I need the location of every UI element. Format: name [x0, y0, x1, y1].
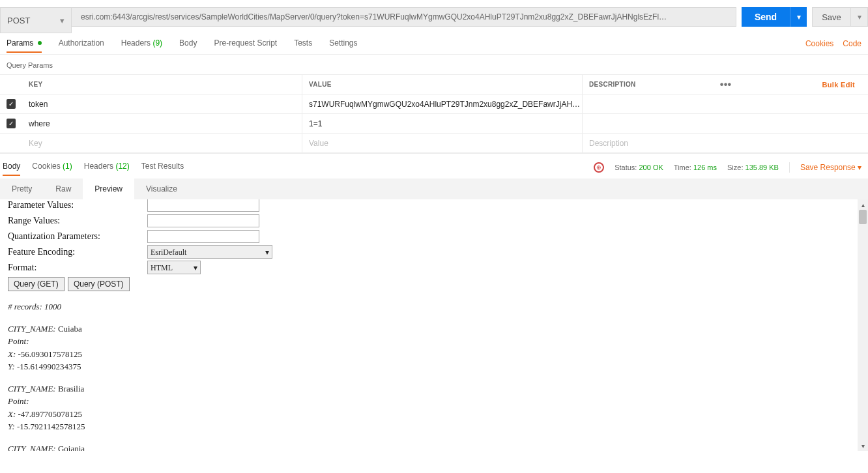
tab-authorization[interactable]: Authorization — [59, 35, 104, 53]
scrollbar[interactable]: ▴ ▾ — [858, 199, 868, 451]
save-dropdown[interactable]: ▾ — [851, 7, 868, 27]
send-dropdown[interactable]: ▾ — [790, 7, 807, 27]
view-pretty[interactable]: Pretty — [0, 179, 44, 199]
query-params-table: KEY VALUE DESCRIPTION ••• Bulk Edit ✓ to… — [0, 74, 868, 154]
result-record: CITY_NAME: Brasilia Point: X: -47.897705… — [8, 382, 850, 433]
param-value-cell[interactable]: s71WURFuqlwMYgmwGQU2xo4AHluPT29TJnm2xu8g… — [302, 94, 583, 113]
input-quantization[interactable] — [147, 230, 259, 243]
chevron-down-icon: ▾ — [797, 12, 801, 22]
view-preview[interactable]: Preview — [83, 179, 134, 199]
status-value: 200 OK — [639, 164, 663, 171]
result-record: CITY_NAME: Cuiaba Point: X: -56.09301757… — [8, 322, 850, 373]
send-button[interactable]: Send — [742, 7, 790, 27]
tab-params[interactable]: Params — [7, 35, 42, 53]
input-parameter-values[interactable] — [147, 199, 259, 212]
more-icon[interactable]: ••• — [716, 79, 736, 91]
params-dirty-dot — [38, 41, 42, 45]
chevron-down-icon: ▾ — [194, 262, 197, 274]
records-count: # records: 1000 — [8, 300, 850, 313]
cookies-link[interactable]: Cookies — [805, 39, 833, 48]
col-key: KEY — [22, 75, 302, 94]
resp-tab-body[interactable]: Body — [3, 159, 20, 176]
bulk-edit-link[interactable]: Bulk Edit — [816, 81, 861, 89]
param-desc-input[interactable]: Description — [583, 134, 868, 152]
tab-prerequest[interactable]: Pre-request Script — [214, 35, 277, 53]
chevron-down-icon: ▾ — [60, 16, 65, 25]
scroll-up-icon[interactable]: ▴ — [858, 199, 868, 210]
label-range-values: Range Values: — [8, 214, 147, 227]
url-input[interactable]: esri.com:6443/arcgis/rest/services/Sampl… — [72, 7, 736, 27]
select-feature-encoding[interactable]: EsriDefault▾ — [147, 245, 272, 259]
response-preview: Parameter Values: Range Values: Quantiza… — [0, 199, 858, 451]
tab-settings[interactable]: Settings — [329, 35, 357, 53]
tab-headers[interactable]: Headers (9) — [121, 35, 162, 53]
save-button[interactable]: Save — [812, 7, 851, 27]
query-post-button[interactable]: Query (POST) — [68, 277, 130, 291]
result-record: CITY_NAME: Goiania — [8, 442, 850, 452]
query-params-title: Query Params — [0, 55, 868, 74]
chevron-down-icon: ▾ — [265, 246, 269, 258]
network-icon[interactable]: ⊕ — [594, 162, 604, 173]
resp-tab-headers[interactable]: Headers (12) — [84, 159, 130, 176]
save-response-button[interactable]: Save Response ▾ — [800, 163, 861, 172]
url-text: esri.com:6443/arcgis/rest/services/Sampl… — [81, 12, 727, 22]
param-key-input[interactable]: Key — [22, 134, 302, 152]
query-get-button[interactable]: Query (GET) — [8, 277, 65, 291]
resp-tab-cookies[interactable]: Cookies (1) — [32, 159, 72, 176]
col-desc: DESCRIPTION ••• Bulk Edit — [583, 75, 868, 94]
time-value: 126 ms — [693, 164, 717, 171]
input-range-values[interactable] — [147, 214, 259, 227]
size-value: 135.89 KB — [745, 164, 779, 171]
col-value: VALUE — [302, 75, 583, 94]
tab-body[interactable]: Body — [179, 35, 197, 53]
label-feature-encoding: Feature Encoding: — [8, 245, 147, 259]
param-row: ✓ token s71WURFuqlwMYgmwGQU2xo4AHluPT29T… — [0, 94, 868, 114]
select-format[interactable]: HTML▾ — [147, 261, 201, 274]
param-key-cell[interactable]: token — [22, 94, 302, 113]
scroll-down-icon[interactable]: ▾ — [858, 440, 868, 451]
chevron-down-icon: ▾ — [858, 12, 861, 22]
http-method-value: POST — [7, 16, 30, 25]
param-checkbox[interactable]: ✓ — [7, 119, 16, 128]
code-link[interactable]: Code — [843, 39, 861, 48]
view-raw[interactable]: Raw — [44, 179, 83, 199]
tab-tests[interactable]: Tests — [294, 35, 312, 53]
view-visualize[interactable]: Visualize — [134, 179, 189, 199]
param-value-input[interactable]: Value — [302, 134, 583, 152]
param-value-cell[interactable]: 1=1 — [302, 114, 583, 133]
http-method-select[interactable]: POST ▾ — [0, 7, 72, 33]
label-quantization: Quantization Parameters: — [8, 229, 147, 243]
label-parameter-values: Parameter Values: — [8, 199, 147, 212]
param-desc-cell[interactable] — [583, 114, 868, 133]
param-key-cell[interactable]: where — [22, 114, 302, 133]
param-row-empty: Key Value Description — [0, 134, 868, 153]
param-row: ✓ where 1=1 — [0, 114, 868, 134]
scroll-thumb[interactable] — [859, 210, 867, 224]
param-checkbox[interactable]: ✓ — [7, 99, 16, 109]
resp-tab-test-results[interactable]: Test Results — [141, 159, 184, 176]
param-desc-cell[interactable] — [583, 94, 868, 113]
label-format: Format: — [8, 261, 147, 274]
